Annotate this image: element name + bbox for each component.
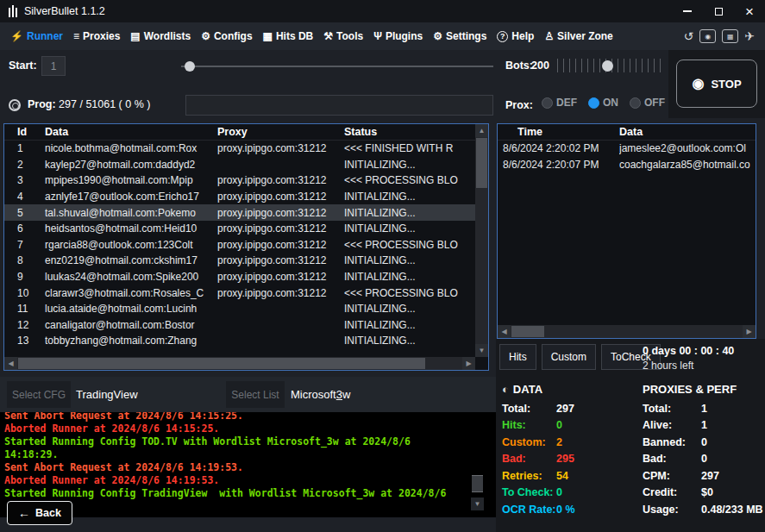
table-row[interactable]: 10clarawr3@hotmail.com:Rosales_Cproxy.ip…: [4, 285, 475, 301]
radio-label: OFF: [644, 97, 665, 109]
prox-radio-def[interactable]: DEF: [542, 97, 577, 109]
cell-id: 2: [4, 159, 45, 171]
scrollbar-thumb[interactable]: [476, 138, 487, 188]
nav-item-plugins[interactable]: ΨPlugins: [368, 22, 428, 50]
scroll-down-icon[interactable]: ▼: [475, 344, 488, 357]
log-lines: Sent Abort Request at 2024/8/6 14:15:25.…: [0, 412, 457, 500]
column-header-proxy[interactable]: Proxy: [217, 126, 344, 138]
selected-wordlist-name: Microsoft3w: [291, 388, 350, 401]
progress-text: Prog: 297 / 51061 ( 0 % ): [28, 98, 150, 110]
scrollbar-thumb[interactable]: [511, 326, 544, 337]
stop-icon: ◉: [692, 77, 704, 91]
stat-value: 0: [556, 419, 562, 431]
camera-icon[interactable]: ◉: [699, 29, 716, 43]
cell-id: 10: [4, 287, 45, 299]
nav-item-runner[interactable]: ⚡Runner: [5, 22, 68, 50]
nav-item-help[interactable]: ?Help: [492, 22, 539, 50]
gallery-icon[interactable]: ▦: [722, 29, 738, 43]
back-button[interactable]: ← Back: [7, 501, 72, 525]
proxies-stats: PROXIES & PERF Total:1Alive:1Banned:0Bad…: [643, 381, 763, 518]
data-stats-title: DATA: [513, 383, 542, 396]
nav-item-hits-db[interactable]: ▦Hits DB: [258, 22, 319, 50]
table-row[interactable]: 11lucia.ataide@hotmail.com:LucinhINITIAL…: [4, 301, 475, 317]
nav-item-label: Runner: [27, 30, 63, 42]
stat-label: OCR Rate:: [502, 504, 556, 516]
tab-hits[interactable]: Hits: [499, 344, 536, 370]
scrollbar-thumb[interactable]: [18, 358, 425, 369]
plugins-icon: Ψ: [373, 30, 382, 42]
nav-item-tools[interactable]: ⚒Tools: [318, 22, 368, 50]
close-button[interactable]: ×: [734, 0, 765, 22]
cell-status: <<< PROCESSING BLO: [344, 239, 475, 251]
app-window: SilverBullet 1.1.2 × ⚡Runner≡Proxies▤Wor…: [0, 0, 765, 532]
horizontal-scrollbar[interactable]: ◀ ▶: [4, 357, 475, 370]
hit-row[interactable]: 8/6/2024 2:20:07 PMcoachgalarza85@hotmai…: [498, 157, 756, 173]
table-row[interactable]: 1nicole.bothma@hotmail.com:Roxproxy.ipip…: [4, 141, 475, 157]
stat-value: 54: [556, 470, 568, 482]
table-row[interactable]: 7rgarcia88@outlook.com:123Coltproxy.ipip…: [4, 237, 475, 253]
progress-label: Prog:: [28, 98, 56, 110]
table-row[interactable]: 9luukas24@hotmail.com:Spike200proxy.ipip…: [4, 269, 475, 285]
start-input[interactable]: [41, 56, 66, 76]
tab-custom[interactable]: Custom: [542, 344, 596, 370]
cell-status: INITIALIZING...: [344, 222, 475, 235]
column-header-status[interactable]: Status: [344, 126, 488, 138]
cell-id: 8: [4, 254, 45, 266]
nav-item-configs[interactable]: ⚙Configs: [196, 22, 257, 50]
log-scrollbar[interactable]: ▼: [471, 412, 484, 517]
stat-label: Retries:: [502, 470, 556, 482]
stat-value: 0 %: [556, 504, 575, 516]
cell-data: kaylep27@hotmail.com:daddyd2: [45, 159, 217, 171]
scroll-right-icon[interactable]: ▶: [462, 357, 475, 370]
telegram-icon[interactable]: ✈: [744, 29, 755, 43]
progress-bar: [185, 95, 493, 116]
scroll-up-icon[interactable]: ▲: [475, 124, 488, 137]
prox-radio-on[interactable]: ON: [588, 97, 618, 109]
cell-id: 12: [4, 319, 45, 331]
scroll-down-icon[interactable]: ▼: [471, 498, 484, 510]
nav-item-proxies[interactable]: ≡Proxies: [68, 22, 125, 50]
column-header-hit-data[interactable]: Data: [619, 126, 756, 138]
cell-status: INITIALIZING...: [344, 207, 475, 219]
cell-data: canaligator@hotmail.com:Bostor: [45, 319, 217, 331]
config-bar: Select CFG TradingView Select List Micro…: [0, 377, 496, 412]
cell-id: 6: [4, 222, 45, 235]
table-row[interactable]: 8enz0219@hotmail.com:ckshim17proxy.ipipg…: [4, 253, 475, 269]
proxies-icon: ≡: [73, 30, 79, 42]
select-list-button[interactable]: Select List: [226, 381, 285, 408]
table-row[interactable]: 3mpipes1990@hotmail.com:Mpipproxy.ipipgo…: [4, 172, 475, 189]
bots-slider-thumb[interactable]: [602, 60, 613, 72]
nav-item-wordlists[interactable]: ▤Wordlists: [125, 22, 196, 50]
table-row[interactable]: 4aznlyfe17@outlook.com:Ericho17proxy.ipi…: [4, 189, 475, 205]
minimize-button[interactable]: [672, 0, 703, 22]
stat-label: Usage:: [643, 504, 701, 516]
hit-row[interactable]: 8/6/2024 2:20:02 PMjameslee2@outlook.com…: [498, 141, 756, 157]
scroll-left-icon[interactable]: ◀: [4, 357, 17, 370]
stat-row: Alive:1: [643, 417, 763, 435]
hits-table-header: Time Data: [498, 124, 756, 141]
nav-item-silver-zone[interactable]: ♙Silver Zone: [539, 22, 618, 50]
scrollbar-thumb[interactable]: [472, 475, 483, 492]
table-row[interactable]: 5tal.shuval@hotmail.com:Pokemoproxy.ipip…: [4, 204, 475, 221]
hits-horizontal-scrollbar[interactable]: ◀ ▶: [498, 325, 756, 338]
vertical-scrollbar[interactable]: ▲ ▼: [475, 124, 488, 357]
history-icon[interactable]: ↺: [684, 29, 694, 43]
table-row[interactable]: 6heidsantos@hotmail.com:Heid10proxy.ipip…: [4, 221, 475, 237]
scroll-right-icon[interactable]: ▶: [743, 325, 756, 338]
start-slider[interactable]: [181, 59, 493, 73]
prox-radio-off[interactable]: OFF: [630, 97, 665, 109]
nav-quick-icons: ↺◉▦✈: [684, 29, 765, 43]
maximize-button[interactable]: [703, 0, 734, 22]
bots-slider[interactable]: [557, 55, 662, 76]
column-header-data[interactable]: Data: [45, 126, 217, 138]
table-row[interactable]: 13tobbyzhang@hotmail.com:ZhangINITIALIZI…: [4, 333, 475, 349]
scroll-left-icon[interactable]: ◀: [498, 325, 511, 338]
column-header-time[interactable]: Time: [498, 126, 619, 138]
table-row[interactable]: 12canaligator@hotmail.com:BostorINITIALI…: [4, 317, 475, 334]
start-slider-thumb[interactable]: [185, 61, 195, 72]
select-cfg-button[interactable]: Select CFG: [7, 381, 71, 408]
stop-button[interactable]: ◉ STOP: [676, 59, 757, 108]
column-header-id[interactable]: Id: [4, 126, 45, 138]
table-row[interactable]: 2kaylep27@hotmail.com:daddyd2INITIALIZIN…: [4, 157, 475, 173]
nav-item-settings[interactable]: ⚙Settings: [428, 22, 492, 50]
